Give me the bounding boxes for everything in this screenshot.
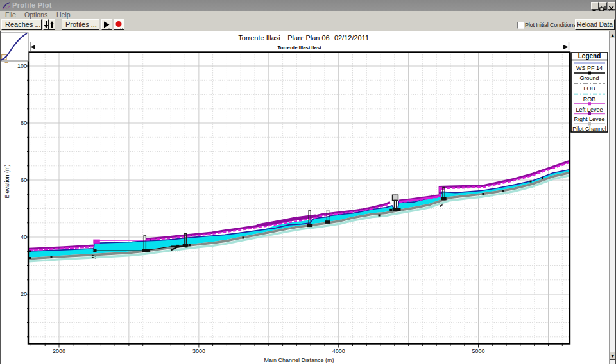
svg-text:Elevation (m): Elevation (m) [4, 164, 10, 198]
svg-text:4000: 4000 [332, 348, 345, 354]
svg-text:WS PF 14: WS PF 14 [576, 65, 603, 71]
svg-text:20: 20 [21, 291, 27, 297]
svg-text:100: 100 [17, 63, 27, 69]
svg-text:ROB: ROB [583, 96, 596, 103]
svg-text:Main Channel Distance (m): Main Channel Distance (m) [264, 357, 334, 363]
svg-text:3000: 3000 [193, 348, 205, 354]
svg-text:Plan: Plan 06: Plan: Plan 06 [287, 34, 329, 42]
svg-text:80: 80 [21, 120, 27, 126]
svg-text:Right Levee: Right Levee [574, 116, 604, 122]
svg-text:02/12/2011: 02/12/2011 [334, 34, 369, 42]
svg-text:Legend: Legend [578, 53, 601, 60]
svg-text:Pilot Channel: Pilot Channel [572, 126, 606, 132]
svg-text:LOB: LOB [583, 85, 595, 92]
svg-text:Ground: Ground [579, 75, 599, 81]
svg-text:Left Levee: Left Levee [576, 106, 603, 113]
svg-text:Torrente Illasi Ilasi: Torrente Illasi Ilasi [278, 45, 321, 51]
svg-text:40: 40 [21, 234, 27, 240]
svg-text:2000: 2000 [53, 348, 65, 354]
svg-text:5000: 5000 [472, 348, 484, 354]
svg-text:Torrente Illasi: Torrente Illasi [238, 34, 280, 42]
svg-text:60: 60 [21, 177, 27, 183]
